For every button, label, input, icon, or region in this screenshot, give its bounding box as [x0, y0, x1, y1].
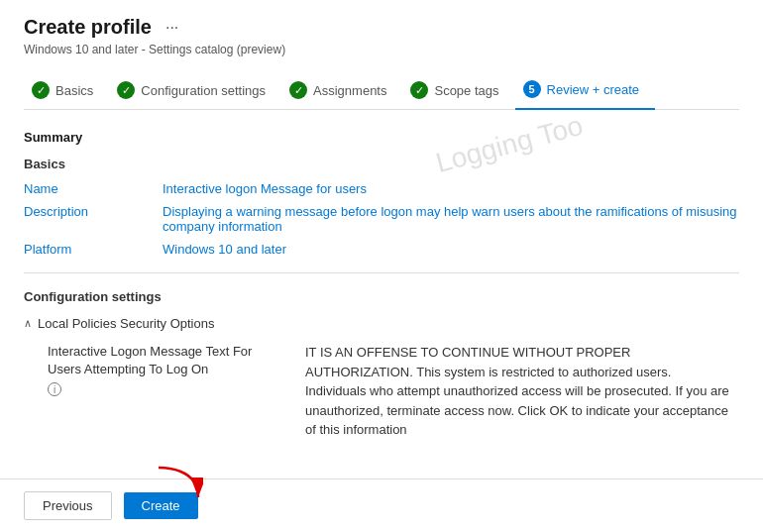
step-label-review: Review + create — [547, 82, 640, 97]
bottom-bar: Previous Create — [0, 479, 763, 532]
field-description-label: Description — [24, 204, 163, 219]
step-basics[interactable]: ✓ Basics — [24, 73, 109, 109]
configuration-section: Configuration settings ∧ Local Policies … — [24, 289, 739, 440]
previous-button[interactable]: Previous — [24, 491, 112, 520]
field-name-value: Interactive logon Message for users — [163, 181, 367, 196]
ellipsis-button[interactable]: ··· — [160, 17, 184, 39]
basics-section: Basics Name Interactive logon Message fo… — [24, 157, 739, 257]
page-title: Create profile — [24, 16, 152, 39]
field-platform-label: Platform — [24, 242, 163, 257]
field-platform-value: Windows 10 and later — [163, 242, 286, 257]
step-label-basics: Basics — [55, 83, 93, 98]
step-label-scope: Scope tags — [434, 83, 498, 98]
arrow-indicator-container: Create — [124, 492, 198, 519]
field-description-row: Description Displaying a warning message… — [24, 204, 739, 234]
field-name-row: Name Interactive logon Message for users — [24, 181, 739, 196]
config-section-title: Configuration settings — [24, 289, 739, 304]
step-check-icon-assignments: ✓ — [289, 81, 307, 99]
step-label-assignments: Assignments — [313, 83, 386, 98]
config-row: Interactive Logon Message Text For Users… — [24, 343, 739, 440]
page-subtitle: Windows 10 and later - Settings catalog … — [24, 43, 739, 56]
step-assignments[interactable]: ✓ Assignments — [281, 73, 402, 109]
create-button[interactable]: Create — [124, 492, 198, 519]
field-description-value: Displaying a warning message before logo… — [163, 204, 739, 234]
summary-section: Summary Basics Name Interactive logon Me… — [24, 130, 739, 440]
step-num-icon-review: 5 — [523, 80, 541, 98]
section-divider — [24, 272, 739, 273]
accordion-label: Local Policies Security Options — [38, 316, 214, 331]
accordion-arrow-icon: ∧ — [24, 317, 32, 330]
step-configuration[interactable]: ✓ Configuration settings — [109, 73, 281, 109]
steps-nav: ✓ Basics ✓ Configuration settings ✓ Assi… — [24, 72, 739, 110]
step-scope[interactable]: ✓ Scope tags — [402, 73, 514, 109]
field-name-label: Name — [24, 181, 163, 196]
info-icon[interactable]: i — [48, 382, 61, 396]
step-check-icon-basics: ✓ — [32, 81, 50, 99]
config-value-text: IT IS AN OFFENSE TO CONTINUE WITHOUT PRO… — [305, 343, 731, 440]
step-label-configuration: Configuration settings — [141, 83, 266, 98]
config-label-col: Interactive Logon Message Text For Users… — [48, 343, 266, 440]
accordion-header[interactable]: ∧ Local Policies Security Options — [24, 316, 739, 331]
step-check-icon-scope: ✓ — [410, 81, 428, 99]
step-check-icon-configuration: ✓ — [117, 81, 135, 99]
field-platform-row: Platform Windows 10 and later — [24, 242, 739, 257]
config-label-text: Interactive Logon Message Text For Users… — [48, 343, 266, 378]
step-review[interactable]: 5 Review + create — [515, 72, 656, 110]
summary-title: Summary — [24, 130, 739, 145]
basics-subtitle: Basics — [24, 157, 739, 171]
